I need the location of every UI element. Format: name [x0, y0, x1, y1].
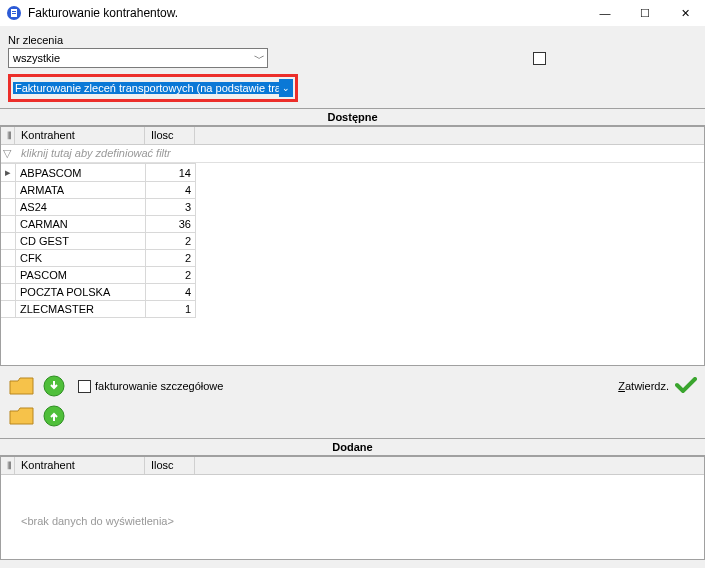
table-row[interactable]: ZLECMASTER1: [1, 301, 196, 318]
cell-kontrahent: ABPASCOM: [16, 164, 146, 182]
invoice-mode-combo[interactable]: Fakturowanie zleceń transportowych (na p…: [13, 79, 293, 97]
row-indicator: [1, 284, 16, 301]
move-down-button[interactable]: [8, 372, 36, 400]
section-added: Dodane: [0, 438, 705, 456]
mid-toolbar-2: [8, 402, 697, 432]
order-no-combo[interactable]: wszystkie ﹀: [8, 48, 268, 68]
cell-ilosc: 36: [146, 216, 196, 233]
row-indicator: [1, 182, 16, 199]
row-indicator: [1, 301, 16, 318]
grid-header: ⦀ Kontrahent Ilosc: [1, 127, 704, 145]
cell-ilosc: 4: [146, 182, 196, 199]
close-button[interactable]: ✕: [665, 0, 705, 26]
col-ilosc[interactable]: Ilosc: [145, 127, 195, 144]
cell-ilosc: 2: [146, 267, 196, 284]
row-indicator: [1, 233, 16, 250]
row-indicator: [1, 267, 16, 284]
cell-kontrahent: ARMATA: [16, 182, 146, 199]
cell-ilosc: 1: [146, 301, 196, 318]
table-row[interactable]: CFK2: [1, 250, 196, 267]
minimize-button[interactable]: —: [585, 0, 625, 26]
row-indicator: [1, 216, 16, 233]
invoice-mode-value: Fakturowanie zleceń transportowych (na p…: [13, 82, 279, 94]
cell-kontrahent: POCZTA POLSKA: [16, 284, 146, 301]
column-selector-icon[interactable]: ⦀: [1, 457, 15, 474]
window-buttons: — ☐ ✕: [585, 0, 705, 26]
maximize-button[interactable]: ☐: [625, 0, 665, 26]
top-checkbox[interactable]: [533, 52, 546, 65]
client-area: Nr zlecenia wszystkie ﹀ Fakturowanie zle…: [0, 26, 705, 568]
column-selector-icon[interactable]: ⦀: [1, 127, 15, 144]
cell-ilosc: 3: [146, 199, 196, 216]
cell-kontrahent: ZLECMASTER: [16, 301, 146, 318]
row-indicator: ▸: [1, 164, 16, 182]
cell-ilosc: 2: [146, 233, 196, 250]
col-kontrahent[interactable]: Kontrahent: [15, 127, 145, 144]
window-title: Fakturowanie kontrahentow.: [28, 6, 585, 20]
svg-rect-2: [12, 11, 16, 12]
detail-invoice-checkbox[interactable]: [78, 380, 91, 393]
table-row[interactable]: POCZTA POLSKA4: [1, 284, 196, 301]
col-kontrahent[interactable]: Kontrahent: [15, 457, 145, 474]
cell-kontrahent: CARMAN: [16, 216, 146, 233]
filter-hint[interactable]: kliknij tutaj aby zdefiniować filtr: [15, 145, 177, 162]
confirm-check-icon[interactable]: [669, 377, 697, 395]
order-no-label: Nr zlecenia: [8, 34, 697, 46]
no-data-text: <brak danych do wyświetlenia>: [1, 475, 704, 527]
filter-icon: ▽: [1, 145, 15, 162]
cell-ilosc: 4: [146, 284, 196, 301]
cell-kontrahent: CD GEST: [16, 233, 146, 250]
row-indicator: [1, 250, 16, 267]
chevron-down-icon: ⌄: [279, 79, 293, 97]
svg-rect-3: [12, 13, 16, 14]
grid-filter-row[interactable]: ▽ kliknij tutaj aby zdefiniować filtr: [1, 145, 704, 163]
grid-available[interactable]: ⦀ Kontrahent Ilosc ▽ kliknij tutaj aby z…: [0, 126, 705, 366]
table-row[interactable]: CARMAN36: [1, 216, 196, 233]
cell-kontrahent: AS24: [16, 199, 146, 216]
row-indicator: [1, 199, 16, 216]
table-row[interactable]: ▸ABPASCOM14: [1, 164, 196, 182]
col-ilosc[interactable]: Ilosc: [145, 457, 195, 474]
mid-toolbar: fakturowanie szczegółowe Zatwierdz.: [8, 366, 697, 402]
table-row[interactable]: ARMATA4: [1, 182, 196, 199]
title-bar: Fakturowanie kontrahentow. — ☐ ✕: [0, 0, 705, 26]
section-available: Dostępne: [0, 108, 705, 126]
app-icon: [6, 5, 22, 21]
detail-invoice-label: fakturowanie szczegółowe: [95, 380, 223, 392]
table-row[interactable]: AS243: [1, 199, 196, 216]
grid-added-header: ⦀ Kontrahent Ilosc: [1, 457, 704, 475]
add-down-button[interactable]: [40, 372, 68, 400]
cell-ilosc: 14: [146, 164, 196, 182]
confirm-label[interactable]: Zatwierdz.: [618, 380, 669, 392]
invoice-mode-highlight: Fakturowanie zleceń transportowych (na p…: [8, 74, 298, 102]
move-up-button[interactable]: [8, 402, 36, 430]
grid-rows: ▸ABPASCOM14ARMATA4AS243CARMAN36CD GEST2C…: [1, 163, 196, 318]
cell-kontrahent: PASCOM: [16, 267, 146, 284]
add-up-button[interactable]: [40, 402, 68, 430]
table-row[interactable]: PASCOM2: [1, 267, 196, 284]
order-no-value: wszystkie: [9, 52, 251, 64]
cell-kontrahent: CFK: [16, 250, 146, 267]
table-row[interactable]: CD GEST2: [1, 233, 196, 250]
cell-ilosc: 2: [146, 250, 196, 267]
grid-added[interactable]: ⦀ Kontrahent Ilosc <brak danych do wyświ…: [0, 456, 705, 560]
chevron-down-icon: ﹀: [251, 51, 267, 66]
